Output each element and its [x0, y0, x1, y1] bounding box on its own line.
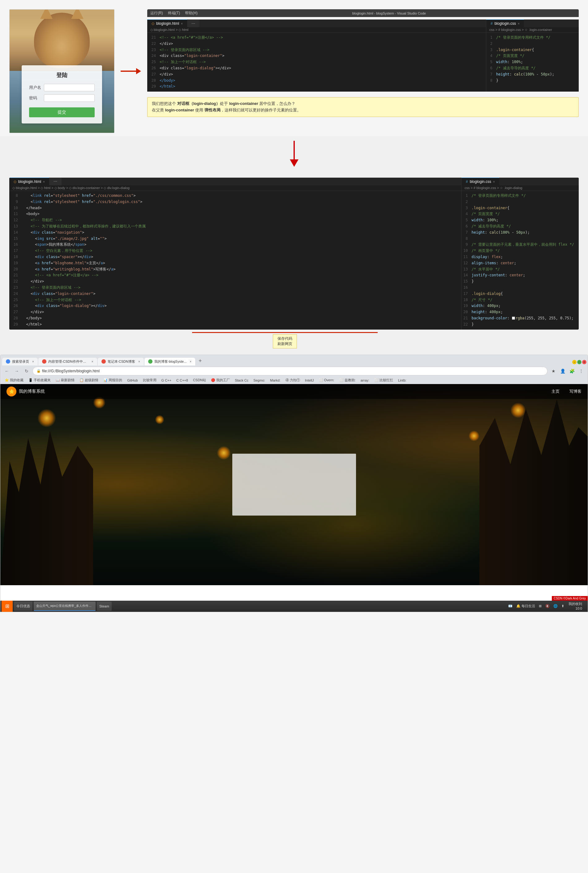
maximize-btn[interactable]: □: [577, 360, 582, 364]
browser-window: 搜索登录页 × 内容管理-CSDN作件中心... × 笔记本·CSDN博客 ×: [0, 355, 588, 612]
bookmark-c1[interactable]: G C++: [160, 379, 173, 382]
bookmark-lintb[interactable]: Lintb:: [396, 379, 408, 382]
html-tab-active[interactable]: ◇ bloglogin.html ×: [147, 20, 187, 27]
tab3-close[interactable]: ×: [138, 360, 140, 363]
middle-html-tab-more[interactable]: ⋯: [49, 177, 62, 185]
bookmark-yj[interactable]: ⬜ 益教助:: [338, 378, 358, 383]
login-preview: 登陆 用户名 密码 提交: [9, 9, 114, 133]
bookmark-4[interactable]: 📋 超级剧情: [78, 378, 100, 383]
tab1-label: 搜索登录页: [12, 359, 29, 364]
arrow-down-line: [294, 141, 295, 159]
html-tab-more[interactable]: ⋯: [187, 20, 200, 27]
save-arrow-line-container: [192, 332, 378, 333]
orb-3: [155, 415, 164, 424]
browser-tab-3[interactable]: 笔记本·CSDN博客 ×: [98, 358, 144, 365]
bookmark-lcode[interactable]: ④ 力扣①: [284, 378, 302, 383]
vscode-top-section: 运行(R) 终端(T) 帮助(H) bloglogin.html - blogS…: [147, 9, 579, 120]
tray-daily[interactable]: 🔔 每日生活: [515, 604, 536, 609]
bookmark-stack[interactable]: Stack Cc: [233, 379, 250, 382]
tab4-close[interactable]: ×: [190, 360, 192, 363]
bookmark-compare[interactable]: ⬜ 比较扛扛: [372, 378, 395, 383]
cat-ear-left: [40, 10, 52, 19]
minimize-btn[interactable]: −: [572, 360, 576, 364]
bookmark-array[interactable]: array:: [359, 379, 371, 382]
bookmark-c2[interactable]: C C++8: [174, 379, 190, 382]
steam-label: Steam: [99, 604, 109, 608]
css-panel: # bloglogin.css × css > # bloglogin.css …: [486, 20, 579, 92]
tray-upload[interactable]: ⬆: [560, 604, 566, 608]
vscode-titlebar: 运行(R) 终端(T) 帮助(H) bloglogin.html - blogS…: [147, 9, 579, 17]
main-container: 登陆 用户名 密码 提交 运行(R): [0, 0, 588, 873]
tab3-label: 笔记本·CSDN博客: [108, 359, 135, 364]
extensions-btn[interactable]: 🧩: [568, 367, 576, 375]
window-controls: − □ ×: [571, 359, 588, 365]
arrow-line: [121, 71, 136, 72]
tab1-close[interactable]: ×: [32, 360, 34, 363]
refresh-button[interactable]: ↻: [22, 367, 31, 375]
back-button[interactable]: ←: [3, 367, 11, 375]
bookmark-1[interactable]: ⭐ 我的收藏: [3, 378, 26, 383]
html-tab-close[interactable]: ×: [181, 22, 183, 26]
bookmark-btn[interactable]: ★: [549, 367, 557, 375]
new-tab-button[interactable]: +: [196, 357, 204, 365]
middle-html-panel: ◇ bloglogin.html × ⋯ ◇ bloglogin.html > …: [9, 177, 461, 330]
arrow-right-container: [121, 9, 141, 133]
profile-btn[interactable]: 👤: [559, 367, 567, 375]
submit-button[interactable]: 提交: [29, 107, 94, 117]
browser-tab-4[interactable]: 我的博客·blogSyste... ×: [144, 358, 195, 365]
arrow-down-head: [290, 159, 298, 167]
middle-css-breadcrumb: css > # bloglogin.css > ☆ .login-dialog: [462, 185, 579, 191]
address-bar[interactable]: 🔒 file:///G:/BlogSystem/bloglogin.html: [33, 367, 548, 376]
tab2-close[interactable]: ×: [92, 360, 93, 363]
bookmark-5[interactable]: 📊 周报目的: [102, 378, 124, 383]
username-input[interactable]: [44, 84, 94, 91]
bookmark-overn[interactable]: ⬜ Overn:: [317, 378, 336, 382]
forward-button[interactable]: →: [13, 367, 21, 375]
bookmark-csdn[interactable]: CSDN站: [191, 378, 208, 383]
bookmark-github[interactable]: GitHub: [125, 379, 140, 382]
nav-logo: 🌟 我的博客系统: [6, 386, 45, 397]
nav-link-write[interactable]: 写博客: [570, 389, 582, 394]
taskbar-item-1-label: 令日优选: [16, 604, 30, 609]
middle-html-code-area: 8910111213141516171819202122232425262728…: [9, 191, 461, 330]
taskbar-steam-item[interactable]: Steam: [97, 602, 112, 611]
tray-network[interactable]: 🌐: [552, 604, 559, 608]
more-btn[interactable]: ⋮: [577, 367, 585, 375]
password-input[interactable]: [44, 95, 94, 102]
bookmark-segmo[interactable]: Segmo:: [252, 379, 267, 382]
address-text: file:///G:/BlogSystem/bloglogin.html: [42, 369, 100, 373]
bookmark-markd[interactable]: Markd:: [268, 379, 282, 382]
close-btn[interactable]: ×: [582, 360, 586, 364]
address-row: ← → ↻ 🔒 file:///G:/BlogSystem/bloglogin.…: [0, 365, 588, 377]
browser-tab-1[interactable]: 搜索登录页 ×: [2, 358, 38, 365]
bookmark-cplusplus[interactable]: 比较常用: [141, 378, 158, 383]
taskbar-start-button[interactable]: ⊞: [2, 601, 13, 612]
bookmark-3[interactable]: 📖 刷新剧情: [54, 378, 76, 383]
taskbar-item-1[interactable]: 令日优选: [14, 602, 33, 611]
nav-link-home[interactable]: 主页: [552, 389, 560, 394]
middle-html-tab[interactable]: ◇ bloglogin.html ×: [9, 177, 49, 185]
tray-notify[interactable]: 📧: [507, 604, 514, 608]
cat-background: [10, 10, 114, 72]
css-tab-active[interactable]: # bloglogin.css ×: [486, 20, 524, 27]
bookmark-2[interactable]: 📱 手机收藏夹: [27, 378, 52, 383]
taskbar-item-2[interactable]: 盒山天气_wpx公里在线携带_多人作件编辑app文字轴_先...: [34, 602, 96, 611]
browser-tab-2[interactable]: 内容管理-CSDN作件中心... ×: [38, 358, 97, 365]
tree-right: [479, 400, 588, 585]
menu-terminal[interactable]: 终端(T): [168, 11, 180, 16]
bookmark-intellj[interactable]: IntellJ: [303, 379, 316, 382]
blog-content: 🌟 我的博客系统 主页 写博客 CSDN ©Dark And Grey: [0, 384, 588, 601]
tab2-icon: [42, 359, 46, 364]
middle-css-tab[interactable]: # bloglogin.css ×: [462, 177, 499, 185]
middle-css-code-area: 12345678910111213141516171819202122 /* 登…: [462, 191, 579, 330]
menu-run[interactable]: 运行(R): [150, 11, 163, 16]
browser-tabs-row: 搜索登录页 × 内容管理-CSDN作件中心... × 笔记本·CSDN博客 ×: [0, 355, 588, 365]
middle-vscode-section: ◇ bloglogin.html × ⋯ ◇ bloglogin.html > …: [0, 174, 588, 355]
tray-volume[interactable]: 🔇: [544, 604, 551, 608]
menu-help[interactable]: 帮助(H): [185, 11, 198, 16]
tray-windows[interactable]: ⊞: [538, 604, 543, 608]
middle-css-line-nums: 12345678910111213141516171819202122: [462, 191, 469, 330]
vscode-editor-split: ◇ bloglogin.html × ⋯ ◇ bloglogin.html > …: [147, 20, 579, 92]
bookmark-tool[interactable]: 🔴 我的工厂: [209, 378, 232, 383]
orb-6: [217, 446, 231, 460]
